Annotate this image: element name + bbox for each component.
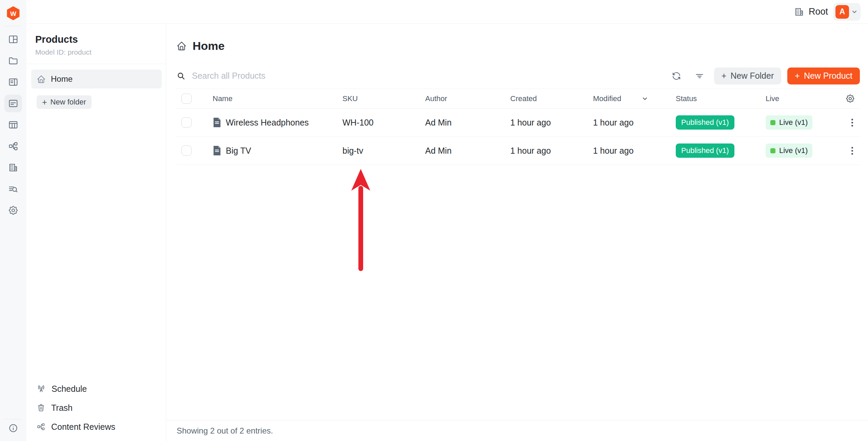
new-folder-chip-label: New folder (51, 98, 86, 107)
new-product-button[interactable]: + New Product (787, 68, 860, 84)
refresh-icon[interactable] (671, 71, 682, 81)
live-dot-icon (770, 148, 775, 153)
page-heading: Home (176, 39, 860, 53)
live-badge: Live (v1) (766, 115, 812, 130)
plus-icon: + (722, 71, 727, 81)
sidebar: Products Model ID: product Home + New fo… (26, 24, 166, 441)
modified-header-label: Modified (593, 94, 621, 103)
filter-icon[interactable] (694, 71, 705, 81)
toolbar: + New Folder + New Product (176, 63, 860, 89)
document-icon (213, 118, 221, 127)
trash-icon (37, 403, 45, 412)
column-header-live[interactable]: Live (766, 94, 827, 103)
content-entries-icon[interactable] (4, 95, 22, 112)
main-content: Home + New Folder + New Product Name SKU… (166, 24, 868, 441)
table-row[interactable]: Big TV big-tv Ad Min 1 hour ago 1 hour a… (176, 137, 860, 165)
sidebar-item-schedule[interactable]: Schedule (37, 379, 162, 398)
audit-search-icon[interactable] (4, 180, 22, 198)
select-all-checkbox[interactable] (181, 94, 192, 104)
topbar: Root A (26, 0, 868, 24)
table-icon[interactable] (4, 116, 22, 134)
column-header-status[interactable]: Status (676, 94, 766, 103)
trash-label: Trash (51, 403, 73, 413)
list-footer: Showing 2 out of 2 entries. (166, 420, 868, 441)
entry-author: Ad Min (425, 146, 510, 156)
new-product-button-label: New Product (804, 71, 852, 81)
row-actions-kebab-icon[interactable] (849, 117, 855, 129)
broadcast-icon (37, 384, 46, 394)
avatar: A (835, 5, 849, 19)
gear-icon[interactable] (4, 202, 22, 219)
sidebar-header: Products Model ID: product (26, 24, 166, 64)
home-icon (176, 41, 187, 51)
tenant-selector[interactable]: Root (794, 6, 828, 17)
info-icon[interactable] (4, 419, 22, 437)
live-badge: Live (v1) (766, 143, 812, 158)
live-badge-label: Live (v1) (779, 118, 808, 127)
search-input[interactable] (192, 71, 409, 81)
sidebar-item-content-reviews[interactable]: Content Reviews (37, 417, 162, 436)
sidebar-item-home[interactable]: Home (31, 70, 162, 89)
column-header-name[interactable]: Name (213, 94, 342, 103)
home-icon (37, 75, 46, 84)
model-id-subtitle: Model ID: product (35, 48, 157, 56)
entry-name: Big TV (226, 146, 251, 156)
entries-count-text: Showing 2 out of 2 entries. (177, 426, 273, 436)
entry-created: 1 hour ago (510, 118, 593, 128)
status-badge: Published (v1) (676, 143, 734, 158)
row-checkbox[interactable] (181, 146, 192, 156)
icon-rail: W (0, 0, 26, 441)
model-title: Products (35, 34, 157, 45)
page-title: Home (193, 39, 224, 53)
table-row[interactable]: Wireless Headphones WH-100 Ad Min 1 hour… (176, 109, 860, 137)
workflow-icon (37, 422, 45, 431)
flow-icon[interactable] (4, 137, 22, 155)
table-settings-gear-icon[interactable] (845, 94, 855, 103)
table-header-row: Name SKU Author Created Modified Status … (176, 89, 860, 109)
sidebar-home-label: Home (51, 74, 73, 84)
page-builder-icon[interactable] (4, 73, 22, 91)
entry-modified: 1 hour ago (593, 146, 676, 156)
schedule-label: Schedule (52, 384, 87, 394)
document-icon (213, 146, 221, 155)
sidebar-item-trash[interactable]: Trash (37, 398, 162, 417)
rail-divider (5, 26, 22, 26)
folder-icon[interactable] (4, 52, 22, 70)
tenant-label: Root (809, 6, 828, 17)
sort-chevron-down-icon (642, 95, 648, 102)
plus-icon: + (795, 71, 800, 81)
new-folder-button-label: New Folder (730, 71, 774, 81)
account-menu[interactable]: A (833, 3, 861, 21)
entry-sku: big-tv (342, 146, 425, 156)
row-checkbox[interactable] (181, 117, 192, 128)
webiny-logo[interactable]: W (6, 6, 20, 20)
building-icon[interactable] (4, 159, 22, 176)
entry-sku: WH-100 (342, 118, 425, 128)
status-badge: Published (v1) (676, 115, 734, 130)
new-folder-chip-button[interactable]: + New folder (37, 95, 92, 109)
live-dot-icon (770, 120, 775, 125)
entry-name: Wireless Headphones (226, 118, 309, 128)
entry-modified: 1 hour ago (593, 118, 676, 128)
layout-icon[interactable] (4, 31, 22, 48)
row-actions-kebab-icon[interactable] (849, 145, 855, 157)
new-folder-button[interactable]: + New Folder (714, 68, 781, 84)
entry-author: Ad Min (425, 118, 510, 128)
logo-letter: W (10, 10, 16, 17)
search-icon (176, 71, 186, 81)
column-header-modified[interactable]: Modified (593, 94, 676, 103)
building-icon (794, 6, 805, 17)
plus-icon: + (42, 97, 47, 107)
content-reviews-label: Content Reviews (51, 422, 115, 432)
column-header-created[interactable]: Created (510, 94, 593, 103)
search-bar (176, 71, 671, 81)
live-badge-label: Live (v1) (779, 146, 808, 155)
chevron-down-icon (851, 8, 858, 15)
column-header-sku[interactable]: SKU (342, 94, 425, 103)
entry-created: 1 hour ago (510, 146, 593, 156)
sidebar-footer: Schedule Trash Content Reviews (26, 379, 166, 441)
column-header-author[interactable]: Author (425, 94, 510, 103)
